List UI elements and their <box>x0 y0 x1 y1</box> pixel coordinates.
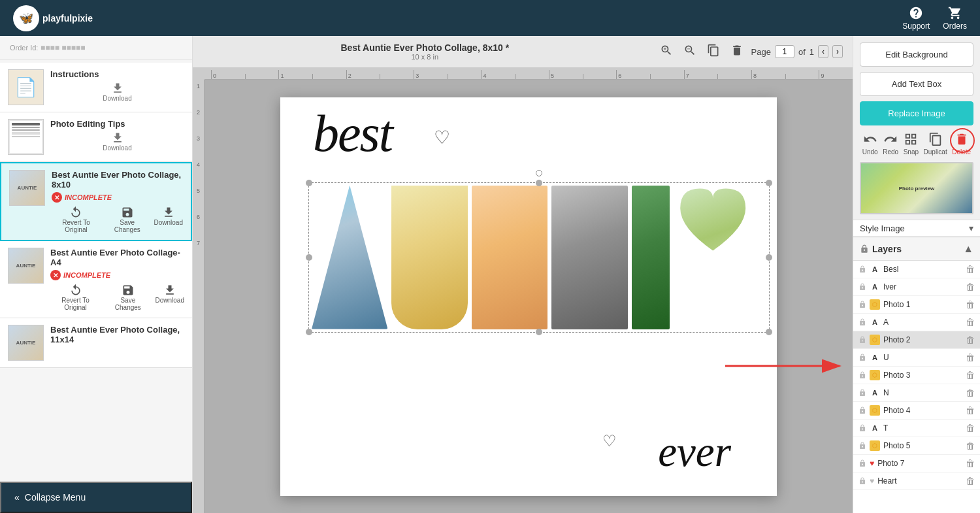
delete-label: Delete <box>952 148 971 156</box>
layer-delete-icon[interactable]: 🗑 <box>966 282 975 292</box>
layer-delete-icon[interactable]: 🗑 <box>966 440 975 451</box>
photo-tips-content: Photo Editing Tips Download <box>50 119 184 152</box>
collage-a4-actions: Revert To Original Save Changes Download <box>50 284 184 311</box>
letter-u-col[interactable] <box>391 186 467 329</box>
delete-canvas-button[interactable] <box>728 41 746 62</box>
orders-label: Orders <box>943 22 967 31</box>
collage-8x10-actions: Revert To Original Save Changes Download <box>52 206 183 233</box>
page-next-button[interactable]: › <box>832 45 843 58</box>
layer-delete-icon[interactable]: 🗑 <box>966 388 975 398</box>
layer-delete-icon[interactable]: 🗑 <box>966 352 975 363</box>
layer-besl[interactable]: A Besl 🗑 <box>853 261 980 278</box>
photo-tips-download[interactable]: Download <box>50 131 184 152</box>
save-changes-button[interactable]: Save Changes <box>107 206 148 233</box>
layer-u[interactable]: A U 🗑 <box>853 349 980 367</box>
collage-8x10-content: Best Auntie Ever Photo Collage, 8x10 ✕ I… <box>52 170 183 233</box>
canvas-title-block: Best Auntie Ever Photo Collage, 8x10 * 1… <box>203 42 647 61</box>
collapse-menu-button[interactable]: « Collapse Menu <box>0 482 192 513</box>
sidebar-item-collage-11x14[interactable]: AUNTIE Best Auntie Ever Photo Collage, 1… <box>0 318 192 368</box>
letter-e-heart-col[interactable] <box>674 186 765 329</box>
layer-delete-icon[interactable]: 🗑 <box>966 458 975 469</box>
zoom-out-button[interactable] <box>681 41 699 62</box>
snap-label: Snap <box>904 148 919 156</box>
layer-photo5[interactable]: ⬡ Photo 5 🗑 <box>853 437 980 455</box>
letter-a-col[interactable] <box>312 186 387 329</box>
layer-photo2[interactable]: ⬡ Photo 2 🗑 <box>853 331 980 349</box>
layer-delete-icon[interactable]: 🗑 <box>966 264 975 274</box>
collage-11x14-thumb: AUNTIE <box>8 325 44 361</box>
layer-heart[interactable]: ♥ Heart 🗑 <box>853 472 980 490</box>
layer-iver[interactable]: A Iver 🗑 <box>853 278 980 296</box>
duplicate-button[interactable]: Duplicat <box>924 132 947 156</box>
copy-button[interactable] <box>704 41 723 62</box>
ruler-tick-3 <box>312 74 346 79</box>
delete-button[interactable]: Delete <box>952 132 971 156</box>
add-text-box-button[interactable]: Add Text Box <box>860 72 973 96</box>
snap-button[interactable]: Snap <box>904 132 919 156</box>
ruler-tick-11 <box>583 74 617 79</box>
sidebar-item-instructions[interactable]: 📄 Instructions Download <box>0 63 192 112</box>
letter-i-col[interactable] <box>632 186 670 329</box>
layer-photo7[interactable]: ♥ Photo 7 🗑 <box>853 455 980 472</box>
letter-n-col[interactable] <box>472 186 547 329</box>
layer-delete-icon[interactable]: 🗑 <box>966 476 975 486</box>
total-pages: 1 <box>809 47 814 57</box>
layer-n[interactable]: A N 🗑 <box>853 384 980 402</box>
sidebar-list: 📄 Instructions Download <box>0 59 192 482</box>
redo-button[interactable]: Redo <box>883 132 898 156</box>
layer-t[interactable]: A T 🗑 <box>853 420 980 437</box>
revert-original-a4-button[interactable]: Revert To Original <box>50 284 101 311</box>
layer-type-photo-icon: ⬡ <box>870 405 880 416</box>
instructions-thumb: 📄 <box>8 69 44 105</box>
download-button-8x10[interactable]: Download <box>154 206 183 233</box>
layer-delete-icon[interactable]: 🗑 <box>966 335 975 345</box>
photo-tips-title: Photo Editing Tips <box>50 119 184 129</box>
layer-photo1[interactable]: ⬡ Photo 1 🗑 <box>853 296 980 314</box>
sidebar-item-collage-8x10[interactable]: AUNTIE Best Auntie Ever Photo Collage, 8… <box>0 162 192 241</box>
page-prev-button[interactable]: ‹ <box>818 45 828 58</box>
collage-a4-status-text: INCOMPLETE <box>63 271 110 279</box>
layer-delete-icon[interactable]: 🗑 <box>966 370 975 380</box>
page-label: Page <box>751 47 771 57</box>
replace-image-button[interactable]: Replace Image <box>860 101 973 125</box>
layer-photo4[interactable]: ⬡ Photo 4 🗑 <box>853 402 980 420</box>
layer-lock-icon <box>858 265 866 273</box>
lock-icon <box>860 244 869 254</box>
sidebar-item-collage-a4[interactable]: AUNTIE Best Auntie Ever Photo Collage- A… <box>0 241 192 318</box>
layer-delete-icon[interactable]: 🗑 <box>966 317 975 327</box>
layer-delete-icon[interactable]: 🗑 <box>966 299 975 310</box>
canvas-scroll[interactable]: best ♡ <box>204 80 853 513</box>
layers-collapse-button[interactable]: ▲ <box>963 243 973 255</box>
download-a4-button[interactable]: Download <box>155 284 184 311</box>
ruler-v: 1 2 3 4 5 6 7 <box>193 80 204 513</box>
layer-a[interactable]: A A 🗑 <box>853 314 980 331</box>
layer-type-icon: A <box>870 388 880 398</box>
collage-8x10-thumb: AUNTIE <box>9 170 45 206</box>
style-image-row[interactable]: Style Image ▾ <box>853 220 980 237</box>
undo-button[interactable]: Undo <box>862 132 878 156</box>
layer-delete-icon[interactable]: 🗑 <box>966 405 975 416</box>
canvas-heart-ever: ♡ <box>602 432 617 450</box>
layer-delete-icon[interactable]: 🗑 <box>966 423 975 433</box>
instructions-title: Instructions <box>50 69 184 79</box>
ruler-tick-15 <box>717 74 751 79</box>
page-input[interactable] <box>775 45 794 58</box>
edit-background-button[interactable]: Edit Background <box>860 42 973 67</box>
layer-heart-icon: ♥ <box>870 476 874 486</box>
ruler-corner <box>193 68 204 80</box>
layer-heart-photo-icon: ♥ <box>870 459 874 468</box>
instructions-download[interactable]: Download <box>50 82 184 102</box>
orders-button[interactable]: Orders <box>943 6 967 31</box>
layer-photo3[interactable]: ⬡ Photo 3 🗑 <box>853 367 980 384</box>
revert-original-button[interactable]: Revert To Original <box>52 206 101 233</box>
layer-lock-icon <box>858 406 866 414</box>
ruler-tick-4: 2 <box>346 70 380 79</box>
canvas-subtitle: 10 x 8 in <box>203 53 647 61</box>
sidebar-item-photo-tips[interactable]: Photo Editing Tips Download <box>0 112 192 162</box>
support-button[interactable]: Support <box>902 6 930 31</box>
layer-name: N <box>883 388 962 397</box>
letter-t-col[interactable] <box>551 186 627 329</box>
save-changes-a4-button[interactable]: Save Changes <box>107 284 148 311</box>
zoom-in-button[interactable] <box>657 41 676 62</box>
layer-type-icon: A <box>870 352 880 363</box>
